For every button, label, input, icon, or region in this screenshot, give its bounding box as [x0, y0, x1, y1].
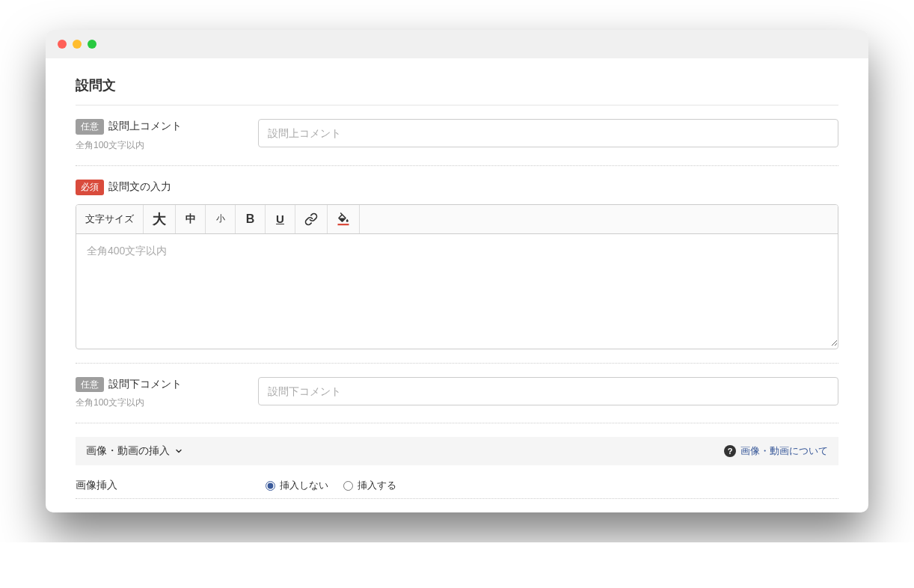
link-button[interactable]: [295, 205, 328, 233]
upper-comment-label: 設問上コメント: [108, 120, 182, 133]
content-area: 設問文 任意 設問上コメント 全角100文字以内 必須 設問文の入: [46, 58, 868, 512]
font-size-medium-button[interactable]: 中: [176, 205, 206, 233]
badge-required: 必須: [76, 180, 104, 195]
font-size-small-button[interactable]: 小: [206, 205, 236, 233]
window-close-icon[interactable]: [58, 40, 67, 49]
browser-window: 設問文 任意 設問上コメント 全角100文字以内 必須 設問文の入: [46, 30, 868, 512]
underline-button[interactable]: U: [266, 205, 295, 233]
bold-icon: B: [246, 212, 255, 226]
help-icon: ?: [724, 445, 736, 457]
divider: [76, 498, 838, 499]
window-maximize-icon[interactable]: [88, 40, 96, 49]
question-body-textarea[interactable]: [76, 234, 838, 346]
font-size-large-button[interactable]: 大: [144, 205, 176, 233]
underline-icon: U: [276, 212, 284, 225]
upper-comment-hint: 全角100文字以内: [76, 139, 240, 152]
media-section-toggle[interactable]: 画像・動画の挿入: [86, 444, 183, 458]
section-upper-comment: 任意 設問上コメント 全角100文字以内: [76, 105, 838, 166]
bold-button[interactable]: B: [236, 205, 266, 233]
image-insert-label: 画像挿入: [76, 479, 248, 492]
lower-comment-hint: 全角100文字以内: [76, 396, 240, 409]
badge-optional: 任意: [76, 119, 104, 135]
lower-comment-label: 設問下コメント: [108, 378, 182, 391]
upper-comment-input[interactable]: [258, 119, 838, 147]
svg-rect-0: [338, 224, 349, 225]
radio-yes-label: 挿入する: [358, 479, 396, 492]
image-insert-row: 画像挿入 挿入しない 挿入する: [76, 465, 838, 497]
radio-yes-input[interactable]: [343, 481, 353, 491]
media-section-title: 画像・動画の挿入: [86, 444, 170, 458]
text-color-button[interactable]: [328, 205, 360, 233]
question-body-label: 設問文の入力: [108, 180, 171, 194]
editor-toolbar: 文字サイズ 大 中 小 B U: [76, 205, 838, 234]
radio-no-label: 挿入しない: [280, 479, 328, 492]
window-minimize-icon[interactable]: [73, 40, 82, 49]
section-lower-comment: 任意 設問下コメント 全角100文字以内: [76, 364, 838, 424]
chevron-down-icon: [174, 447, 183, 456]
font-size-label: 文字サイズ: [76, 205, 144, 233]
rich-text-editor: 文字サイズ 大 中 小 B U: [76, 204, 838, 349]
media-help-link[interactable]: 画像・動画について: [740, 444, 828, 458]
radio-no-input[interactable]: [266, 481, 275, 491]
lower-comment-input[interactable]: [258, 377, 838, 405]
badge-optional: 任意: [76, 377, 104, 393]
image-insert-radio-group: 挿入しない 挿入する: [266, 479, 396, 492]
paint-bucket-icon: [337, 212, 350, 226]
media-section-header: 画像・動画の挿入 ? 画像・動画について: [76, 437, 838, 465]
radio-option-no[interactable]: 挿入しない: [266, 479, 328, 492]
section-question-body: 必須 設問文の入力 文字サイズ 大 中 小 B U: [76, 166, 838, 364]
window-titlebar: [46, 30, 868, 58]
radio-option-yes[interactable]: 挿入する: [343, 479, 396, 492]
link-icon: [304, 212, 318, 226]
page-title: 設問文: [76, 76, 838, 105]
